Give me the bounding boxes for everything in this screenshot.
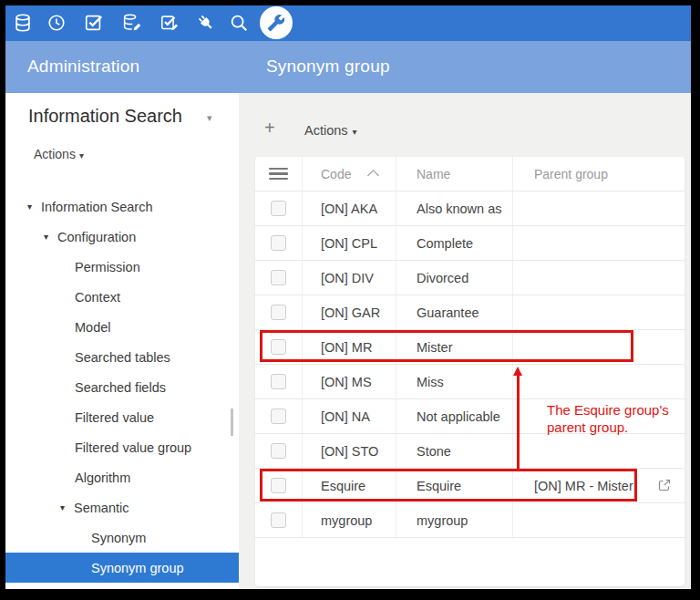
- row-checkbox[interactable]: [271, 478, 286, 493]
- tree-item-synonym-group[interactable]: Synonym group: [5, 553, 239, 583]
- caret-down-icon: ▾: [27, 202, 41, 212]
- tree-item-label: Context: [75, 290, 120, 305]
- screenshot-frame: Administration Synonym group Information…: [0, 0, 700, 600]
- tree-item-semantic[interactable]: ▾Semantic: [5, 492, 239, 522]
- cell-code: [ON] AKA: [303, 191, 396, 225]
- tree-item-configuration[interactable]: ▾Configuration: [5, 222, 239, 252]
- page-title: Synonym group: [266, 57, 390, 77]
- tree-item-label: Model: [75, 320, 111, 335]
- plug-icon[interactable]: [196, 13, 216, 33]
- tree-item-information-search[interactable]: ▾Information Search: [5, 191, 239, 222]
- annotation-arrow-up-icon: [513, 367, 522, 376]
- cell-code: [ON] STO: [303, 434, 396, 468]
- annotation-text: The Esquire group's parent group.: [547, 401, 669, 436]
- sort-ascending-icon: [367, 170, 379, 181]
- column-header-label: Code: [321, 167, 351, 181]
- task-edit-icon[interactable]: [160, 13, 180, 33]
- column-header-parent-group[interactable]: Parent group: [513, 157, 685, 191]
- tree-item-synonym[interactable]: Synonym: [5, 522, 239, 553]
- table-row[interactable]: [ON] CPL Complete: [255, 226, 685, 261]
- module-caret-down-icon[interactable]: ▾: [207, 112, 212, 124]
- column-header-label: Name: [417, 167, 450, 181]
- table-row-mr[interactable]: [ON] MR Mister: [255, 330, 685, 365]
- add-record-button[interactable]: +: [264, 119, 275, 137]
- cell-parent-group: [513, 503, 685, 537]
- tree-item-searched-tables[interactable]: Searched tables: [5, 342, 239, 372]
- tree-item-model[interactable]: Model: [5, 312, 239, 342]
- row-checkbox[interactable]: [271, 374, 286, 389]
- cell-name: Mister: [396, 330, 513, 364]
- cell-code: mygroup: [303, 503, 396, 537]
- cell-name: Esquire: [396, 469, 513, 502]
- tree-item-searched-fields[interactable]: Searched fields: [5, 372, 239, 402]
- tree-item-label: Semantic: [74, 501, 129, 515]
- table-row[interactable]: [ON] STO Stone: [255, 434, 685, 469]
- database-icon[interactable]: [13, 13, 33, 33]
- cell-code: [ON] NA: [303, 399, 396, 433]
- column-menu-icon[interactable]: [269, 165, 288, 183]
- row-checkbox[interactable]: [271, 443, 286, 459]
- sidebar-scrollbar[interactable]: [231, 409, 233, 436]
- annotation-line-2: parent group.: [547, 419, 669, 436]
- table-row[interactable]: [ON] GAR Guarantee: [255, 295, 685, 330]
- active-tool-button[interactable]: [260, 6, 293, 39]
- task-check-icon[interactable]: [84, 13, 104, 33]
- cell-name: Miss: [396, 365, 513, 398]
- caret-down-icon: ▾: [60, 502, 74, 512]
- caret-down-icon: ▾: [44, 232, 57, 242]
- row-checkbox[interactable]: [271, 305, 286, 320]
- row-checkbox[interactable]: [271, 339, 286, 355]
- cell-parent-group: [513, 261, 685, 295]
- tree-item-algorithm[interactable]: Algorithm: [5, 462, 239, 492]
- tree-item-filtered-value-group[interactable]: Filtered value group: [5, 432, 239, 462]
- cell-code: [ON] GAR: [303, 295, 396, 329]
- tree-item-context[interactable]: Context: [5, 282, 239, 312]
- tree-item-label: Configuration: [57, 230, 136, 244]
- table-row[interactable]: [ON] DIV Divorced: [255, 261, 685, 295]
- cell-code: [ON] CPL: [303, 226, 396, 260]
- tree-item-filtered-value[interactable]: Filtered value: [5, 402, 239, 432]
- table-row[interactable]: [ON] MS Miss: [255, 365, 685, 399]
- row-checkbox[interactable]: [271, 235, 286, 251]
- wrench-icon: [267, 14, 285, 32]
- sidebar-actions-menu[interactable]: Actions▾: [34, 147, 84, 161]
- module-title: Information Search: [28, 106, 182, 127]
- table-row-esquire[interactable]: Esquire Esquire [ON] MR - Mister: [255, 469, 685, 503]
- table-row[interactable]: [ON] AKA Also known as: [255, 191, 685, 226]
- column-header-label: Parent group: [534, 167, 608, 181]
- cell-name: Complete: [396, 226, 513, 260]
- cell-name: Guarantee: [396, 295, 513, 329]
- cell-parent-group: [513, 330, 685, 364]
- row-checkbox[interactable]: [271, 409, 286, 424]
- tree-item-permission[interactable]: Permission: [5, 252, 239, 282]
- cell-parent-group: [513, 191, 685, 225]
- column-header-code[interactable]: Code: [303, 157, 396, 191]
- tree-item-label: Permission: [75, 260, 140, 274]
- database-edit-icon[interactable]: [121, 13, 141, 33]
- navigation-tree: ▾Information Search ▾Configuration Permi…: [5, 191, 239, 583]
- cell-name: Divorced: [396, 261, 513, 295]
- caret-down-icon: ▾: [79, 150, 84, 160]
- clock-icon[interactable]: [46, 13, 67, 33]
- table-header-row: Code Name Parent group: [255, 157, 685, 191]
- search-icon[interactable]: [229, 13, 249, 33]
- tree-item-label: Synonym: [91, 531, 146, 545]
- open-record-external-link-icon[interactable]: [657, 478, 672, 492]
- tree-item-label: Filtered value group: [75, 440, 191, 455]
- sidebar-header-title: Administration: [27, 57, 139, 77]
- cell-code: [ON] MR: [303, 330, 396, 364]
- table-row[interactable]: mygroup mygroup: [255, 503, 685, 538]
- row-checkbox[interactable]: [271, 270, 286, 285]
- row-checkbox[interactable]: [271, 512, 286, 528]
- cell-code: Esquire: [303, 469, 396, 502]
- sidebar-actions-label: Actions: [34, 147, 76, 161]
- cell-parent-group: [513, 365, 685, 398]
- cell-name: Stone: [396, 434, 513, 468]
- row-checkbox[interactable]: [271, 201, 286, 216]
- cell-parent-group: [513, 295, 685, 329]
- column-header-name[interactable]: Name: [396, 157, 513, 191]
- cell-name: Not applicable: [396, 399, 513, 433]
- cell-parent-group: [513, 226, 685, 260]
- grid-actions-menu[interactable]: Actions▾: [304, 123, 357, 138]
- cell-name: mygroup: [396, 503, 513, 537]
